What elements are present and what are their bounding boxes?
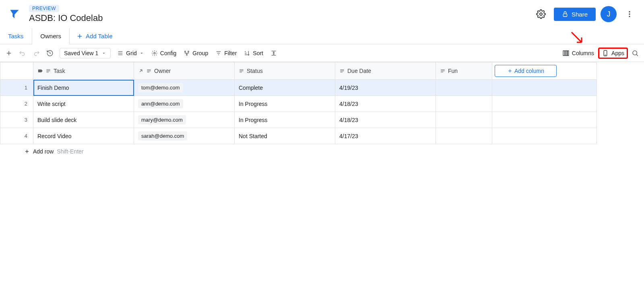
row-height-button[interactable] bbox=[267, 47, 280, 60]
column-label: Task bbox=[54, 68, 65, 74]
svg-rect-21 bbox=[563, 51, 565, 56]
plus-icon bbox=[5, 50, 12, 57]
history-button[interactable] bbox=[43, 47, 56, 60]
list-icon bbox=[117, 50, 124, 56]
chevron-down-icon bbox=[139, 51, 144, 56]
app-header: PREVIEW ASDB: IO Codelab Share J bbox=[0, 0, 644, 28]
cell-status[interactable]: In Progress bbox=[235, 96, 335, 112]
apps-label: Apps bbox=[611, 50, 624, 56]
apps-button[interactable]: Apps bbox=[598, 48, 628, 59]
header-actions: Share J bbox=[533, 6, 638, 22]
svg-rect-22 bbox=[565, 51, 567, 56]
user-avatar[interactable]: J bbox=[601, 6, 617, 22]
cell-due-date[interactable]: 4/19/23 bbox=[335, 80, 436, 96]
view-toolbar: Saved View 1 Grid Config Group Filter So… bbox=[0, 44, 644, 62]
cell-fun[interactable] bbox=[436, 112, 492, 128]
chevron-down-icon bbox=[101, 51, 106, 56]
cell-task[interactable]: Write script bbox=[33, 96, 134, 112]
svg-point-14 bbox=[188, 51, 189, 52]
table-row[interactable]: 4 Record Video sarah@demo.com Not Starte… bbox=[0, 128, 597, 144]
filter-button[interactable]: Filter bbox=[212, 48, 240, 58]
grid-label: Grid bbox=[126, 50, 136, 56]
saved-view-label: Saved View 1 bbox=[64, 50, 98, 56]
cell-due-date[interactable]: 4/17/23 bbox=[335, 128, 436, 144]
cell-status[interactable]: Complete bbox=[235, 80, 335, 96]
add-row-hint: Shift-Enter bbox=[57, 148, 83, 155]
undo-button[interactable] bbox=[16, 47, 29, 60]
plus-icon bbox=[76, 33, 83, 40]
svg-point-13 bbox=[185, 51, 186, 52]
sort-label: Sort bbox=[253, 50, 263, 56]
cell-owner[interactable]: ann@demo.com bbox=[134, 96, 235, 112]
cell-task[interactable]: Record Video bbox=[33, 128, 134, 144]
svg-line-27 bbox=[636, 54, 638, 56]
cell-owner[interactable]: mary@demo.com bbox=[134, 112, 235, 128]
column-header-due-date[interactable]: Due Date bbox=[335, 62, 436, 80]
more-menu-button[interactable] bbox=[621, 6, 638, 22]
saved-view-dropdown[interactable]: Saved View 1 bbox=[60, 48, 111, 58]
svg-point-26 bbox=[633, 51, 637, 55]
cell-status[interactable]: Not Started bbox=[235, 128, 335, 144]
cell-owner[interactable]: tom@demo.com bbox=[134, 80, 235, 96]
filter-label: Filter bbox=[224, 50, 237, 56]
svg-rect-1 bbox=[563, 14, 567, 17]
config-button[interactable]: Config bbox=[148, 48, 180, 58]
data-table: Task Owner Status Due Date bbox=[0, 62, 597, 144]
row-number[interactable]: 2 bbox=[0, 96, 33, 112]
grid-view-button[interactable]: Grid bbox=[114, 48, 147, 58]
text-icon bbox=[239, 68, 244, 74]
more-vert-icon bbox=[625, 10, 634, 18]
cell-task[interactable]: Build slide deck bbox=[33, 112, 134, 128]
cell-due-date[interactable]: 4/18/23 bbox=[335, 96, 436, 112]
tab-owners[interactable]: Owners bbox=[32, 28, 70, 44]
column-header-status[interactable]: Status bbox=[235, 62, 335, 80]
row-number[interactable]: 1 bbox=[0, 80, 33, 96]
column-header-task[interactable]: Task bbox=[33, 62, 134, 80]
cell-fun[interactable] bbox=[436, 80, 492, 96]
settings-button[interactable] bbox=[533, 6, 549, 22]
cell-owner[interactable]: sarah@demo.com bbox=[134, 128, 235, 144]
gear-icon bbox=[151, 50, 158, 56]
redo-button[interactable] bbox=[30, 47, 43, 60]
page-title[interactable]: ASDB: IO Codelab bbox=[29, 13, 533, 23]
share-label: Share bbox=[572, 11, 588, 18]
preview-badge: PREVIEW bbox=[29, 5, 59, 12]
cell-status[interactable]: In Progress bbox=[235, 112, 335, 128]
cell-fun[interactable] bbox=[436, 96, 492, 112]
cell-empty bbox=[492, 80, 597, 96]
table-row[interactable]: 3 Build slide deck mary@demo.com In Prog… bbox=[0, 112, 597, 128]
group-button[interactable]: Group bbox=[180, 48, 211, 58]
svg-point-0 bbox=[540, 13, 542, 15]
owner-chip: sarah@demo.com bbox=[138, 131, 187, 141]
sort-icon bbox=[244, 50, 250, 56]
group-icon bbox=[184, 50, 190, 56]
owner-chip: tom@demo.com bbox=[138, 83, 183, 92]
row-number[interactable]: 4 bbox=[0, 128, 33, 144]
table-row[interactable]: 2 Write script ann@demo.com In Progress … bbox=[0, 96, 597, 112]
text-icon bbox=[146, 68, 152, 74]
add-row-button[interactable]: Add row Shift-Enter bbox=[0, 144, 644, 159]
share-button[interactable]: Share bbox=[554, 8, 596, 21]
history-icon bbox=[46, 50, 54, 57]
row-number[interactable]: 3 bbox=[0, 112, 33, 128]
filter-icon bbox=[215, 50, 222, 56]
add-button[interactable] bbox=[2, 47, 15, 60]
column-header-fun[interactable]: Fun bbox=[436, 62, 492, 80]
add-column-label: Add column bbox=[514, 68, 544, 74]
cell-fun[interactable] bbox=[436, 128, 492, 144]
add-column-button[interactable]: Add column bbox=[495, 65, 557, 77]
sort-button[interactable]: Sort bbox=[241, 48, 266, 58]
add-column-header: Add column bbox=[492, 62, 597, 80]
search-button[interactable] bbox=[629, 47, 642, 60]
add-table-button[interactable]: Add Table bbox=[70, 33, 119, 40]
cell-task[interactable]: Finish Demo bbox=[33, 80, 134, 96]
tab-tasks[interactable]: Tasks bbox=[0, 28, 32, 44]
columns-button[interactable]: Columns bbox=[559, 48, 597, 58]
text-icon bbox=[45, 68, 51, 74]
data-table-wrap: Task Owner Status Due Date bbox=[0, 62, 644, 144]
column-header-owner[interactable]: Owner bbox=[134, 62, 235, 80]
table-row[interactable]: 1 Finish Demo tom@demo.com Complete 4/19… bbox=[0, 80, 597, 96]
svg-point-3 bbox=[629, 13, 630, 15]
cell-due-date[interactable]: 4/18/23 bbox=[335, 112, 436, 128]
text-icon bbox=[339, 68, 345, 74]
